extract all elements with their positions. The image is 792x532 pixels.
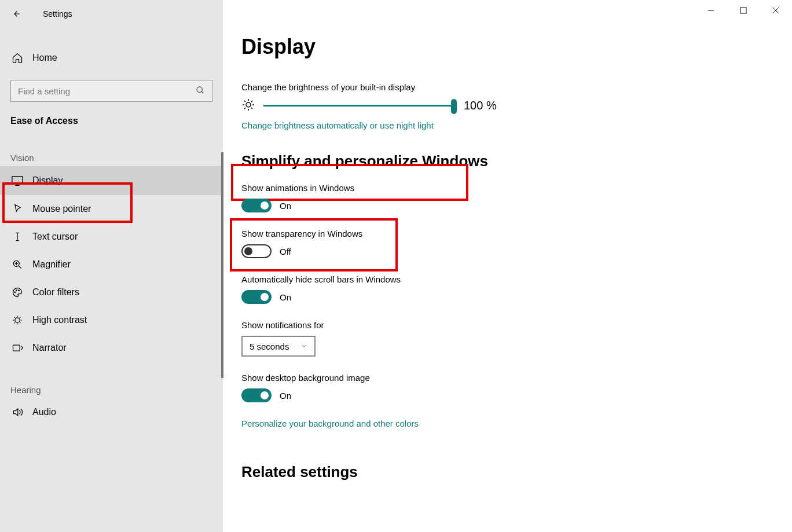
section-simplify-title: Simplify and personalize Windows: [241, 152, 792, 170]
window-title: Settings: [43, 9, 72, 19]
brightness-link[interactable]: Change brightness automatically or use n…: [241, 120, 434, 130]
scrollbars-toggle[interactable]: [241, 290, 272, 304]
svg-rect-7: [13, 345, 20, 351]
nav-item-audio[interactable]: Audio: [0, 398, 223, 426]
contrast-icon: [10, 314, 24, 326]
nav-item-high-contrast[interactable]: High contrast: [0, 306, 223, 334]
brightness-value: 100 %: [464, 99, 497, 112]
chevron-down-icon: [300, 342, 307, 351]
svg-point-0: [197, 87, 202, 92]
brightness-label: Change the brightness of your built-in d…: [241, 82, 792, 92]
group-label-hearing: Hearing: [0, 362, 223, 398]
monitor-icon: [10, 174, 24, 187]
nav-item-text-cursor[interactable]: Text cursor: [0, 223, 223, 251]
minimize-button[interactable]: [695, 0, 727, 21]
svg-rect-8: [740, 8, 746, 13]
nav-label: Text cursor: [32, 232, 78, 242]
page-title: Display: [241, 35, 792, 59]
svg-point-5: [19, 290, 20, 291]
toggle-state: Off: [280, 247, 291, 256]
animations-toggle[interactable]: [241, 199, 272, 212]
svg-rect-1: [12, 177, 23, 184]
notifications-block: Show notifications for 5 seconds: [241, 320, 792, 357]
category-title: Ease of Access: [0, 102, 223, 130]
maximize-button[interactable]: [727, 0, 760, 21]
scrollbars-label: Automatically hide scroll bars in Window…: [241, 274, 792, 284]
toggle-state: On: [280, 201, 291, 211]
transparency-toggle[interactable]: [241, 244, 272, 258]
nav-item-display[interactable]: Display: [0, 166, 223, 195]
nav-label: Audio: [32, 407, 56, 417]
group-label-vision: Vision: [0, 130, 223, 166]
sun-icon: [241, 98, 255, 113]
search-icon: [196, 86, 205, 97]
close-button[interactable]: [760, 0, 792, 21]
nav-label: Magnifier: [32, 259, 71, 270]
window-controls: [695, 0, 792, 21]
nav-label: Display: [32, 175, 63, 186]
search-box[interactable]: [10, 80, 212, 102]
transparency-label: Show transparency in Windows: [241, 229, 792, 239]
text-cursor-icon: [10, 231, 24, 243]
narrator-icon: [10, 342, 24, 354]
titlebar: Settings: [0, 0, 223, 28]
notifications-label: Show notifications for: [241, 320, 792, 330]
notifications-dropdown[interactable]: 5 seconds: [241, 336, 316, 357]
scroll-indicator: [221, 152, 223, 378]
search-input[interactable]: [18, 86, 196, 96]
nav-label: Color filters: [32, 287, 79, 298]
nav-label: Mouse pointer: [32, 204, 91, 214]
speaker-icon: [10, 406, 24, 418]
palette-icon: [10, 287, 24, 298]
toggle-state: On: [280, 292, 291, 302]
home-nav[interactable]: Home: [0, 45, 223, 71]
home-icon: [10, 52, 24, 64]
transparency-block: Show transparency in Windows Off: [241, 229, 792, 258]
svg-point-4: [16, 290, 17, 291]
desktop-bg-block: Show desktop background image On: [241, 373, 792, 402]
home-label: Home: [32, 53, 57, 63]
slider-thumb[interactable]: [451, 99, 457, 114]
personalize-link[interactable]: Personalize your background and other co…: [241, 419, 419, 428]
scrollbars-block: Automatically hide scroll bars in Window…: [241, 274, 792, 304]
nav-item-magnifier[interactable]: Magnifier: [0, 251, 223, 278]
desktop-bg-label: Show desktop background image: [241, 373, 792, 383]
related-settings-title: Related settings: [241, 463, 792, 481]
brightness-slider[interactable]: [263, 105, 454, 107]
back-button[interactable]: [10, 8, 22, 20]
animations-block: Show animations in Windows On: [241, 183, 792, 212]
magnifier-icon: [10, 259, 24, 270]
sidebar: Settings Home Ease of Access Vision Disp…: [0, 0, 223, 532]
svg-point-3: [14, 292, 16, 293]
main-content: Display Change the brightness of your bu…: [223, 0, 792, 532]
brightness-control: 100 %: [241, 98, 792, 113]
toggle-state: On: [280, 391, 291, 401]
pointer-icon: [10, 203, 24, 215]
nav-item-color-filters[interactable]: Color filters: [0, 278, 223, 306]
animations-label: Show animations in Windows: [241, 183, 792, 193]
svg-point-9: [246, 102, 251, 107]
dropdown-value: 5 seconds: [250, 342, 289, 351]
nav-item-narrator[interactable]: Narrator: [0, 334, 223, 362]
desktop-bg-toggle[interactable]: [241, 388, 272, 402]
svg-point-6: [15, 318, 20, 322]
nav-label: Narrator: [32, 343, 67, 353]
nav-item-mouse-pointer[interactable]: Mouse pointer: [0, 195, 223, 223]
nav-label: High contrast: [32, 315, 87, 325]
